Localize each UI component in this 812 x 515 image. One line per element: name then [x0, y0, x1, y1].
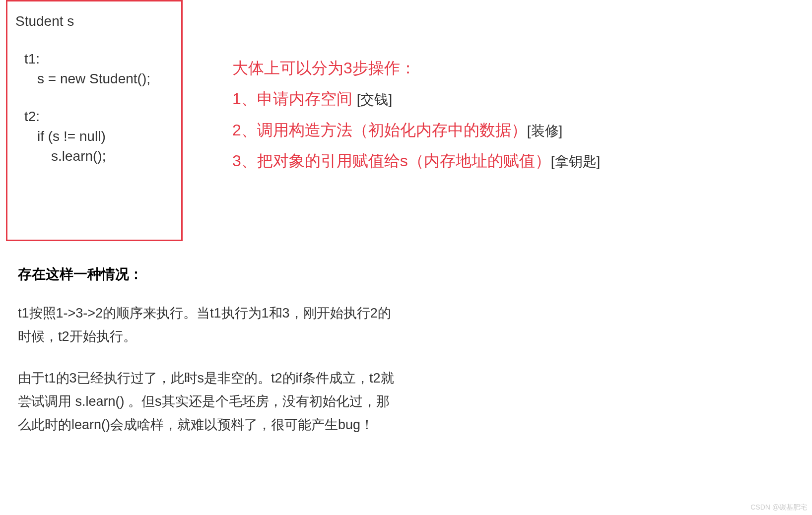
code-line: t1:: [15, 51, 173, 67]
step-3: 3、把对象的引用赋值给s（内存地址的赋值）[拿钥匙]: [232, 145, 758, 176]
watermark: CSDN @碳基肥宅: [750, 503, 807, 512]
code-box: Student s t1: s = new Student(); t2: if …: [6, 0, 183, 241]
step-1-bracket: [交钱]: [357, 92, 393, 107]
step-1: 1、申请内存空间 [交钱]: [232, 83, 758, 114]
code-line: s = new Student();: [15, 71, 173, 87]
step-1-red: 1、申请内存空间: [232, 90, 357, 108]
explain-para-1: t1按照1->3->2的顺序来执行。当t1执行为1和3，刚开始执行2的时候，t2…: [18, 302, 395, 349]
code-blank: [15, 33, 173, 51]
code-line: s.learn();: [15, 148, 173, 164]
step-3-bracket: [拿钥匙]: [551, 154, 601, 169]
explain-title: 存在这样一种情况：: [18, 265, 395, 284]
code-line: t2:: [15, 109, 173, 125]
explanation-section: 存在这样一种情况： t1按照1->3->2的顺序来执行。当t1执行为1和3，刚开…: [18, 265, 395, 454]
code-line: if (s != null): [15, 129, 173, 144]
step-2: 2、调用构造方法（初始化内存中的数据）[装修]: [232, 115, 758, 145]
steps-panel: 大体上可以分为3步操作： 1、申请内存空间 [交钱] 2、调用构造方法（初始化内…: [232, 53, 758, 177]
steps-heading: 大体上可以分为3步操作：: [232, 53, 758, 83]
step-3-red: 3、把对象的引用赋值给s（内存地址的赋值）: [232, 152, 551, 170]
explain-para-2: 由于t1的3已经执行过了，此时s是非空的。t2的if条件成立，t2就尝试调用 s…: [18, 367, 395, 437]
code-blank: [15, 91, 173, 109]
step-2-bracket: [装修]: [527, 123, 563, 138]
code-line: Student s: [15, 13, 173, 29]
step-2-red: 2、调用构造方法（初始化内存中的数据）: [232, 121, 527, 139]
